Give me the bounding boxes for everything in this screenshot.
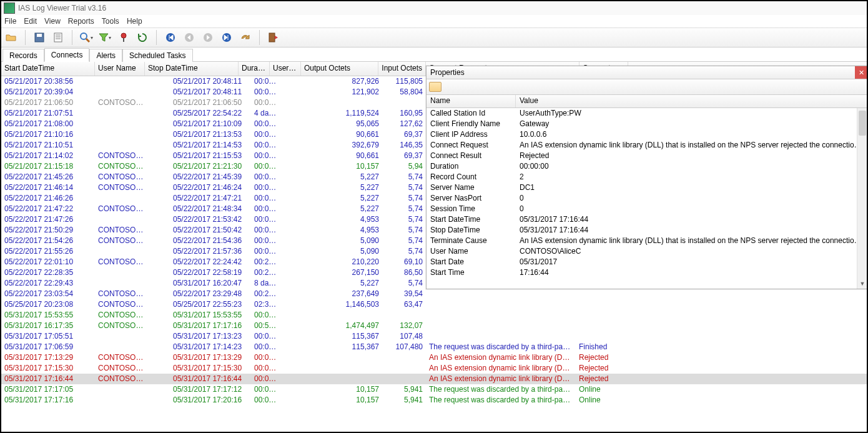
property-row[interactable]: Start DateTime05/31/2017 17:16:44	[427, 214, 867, 225]
nav-first-button[interactable]	[163, 30, 178, 45]
table-row[interactable]: 05/31/2017 17:05:5105/31/2017 17:13:2300…	[1, 331, 867, 342]
col-user-name[interactable]: User Name	[95, 62, 145, 76]
cell	[147, 278, 170, 289]
property-row[interactable]: Connect RequestAn IAS extension dynamic …	[427, 140, 867, 151]
col-output-octets[interactable]: Output Octets	[301, 62, 378, 76]
table-row[interactable]: 05/31/2017 15:53:55CONTOSO\AliceC05/31/2…	[1, 310, 867, 321]
cell: 05/25/2017 22:54:22	[170, 108, 251, 119]
tab-records[interactable]: Records	[2, 49, 44, 62]
col-input-octets[interactable]: Input Octets	[378, 62, 426, 76]
nav-next-button[interactable]	[200, 30, 215, 45]
refresh-button[interactable]	[135, 30, 150, 45]
tab-alerts[interactable]: Alerts	[89, 49, 122, 62]
scroll-down-icon[interactable]: ▼	[857, 279, 867, 289]
property-row[interactable]: Session Time0	[427, 204, 867, 214]
col-user-ip[interactable]: User IP	[270, 62, 301, 76]
tab-scheduled-tasks[interactable]: Scheduled Tasks	[122, 49, 193, 62]
table-row[interactable]: 05/31/2017 17:06:5905/31/2017 17:14:2300…	[1, 342, 867, 352]
property-row[interactable]: Start Time17:16:44	[427, 267, 867, 278]
menu-edit[interactable]: Edit	[24, 17, 37, 26]
cell	[426, 289, 576, 299]
properties-title-bar[interactable]: Properties ✕	[427, 66, 867, 79]
menu-reports[interactable]: Reports	[68, 17, 94, 26]
menu-view[interactable]: View	[44, 17, 61, 26]
col-stop-datetime[interactable]: Stop DateTime	[145, 62, 239, 76]
cell: 05/31/2017 15:53:55	[1, 310, 95, 321]
cell: 05/22/2017 21:46:24	[170, 182, 251, 193]
cell: 00:00:00	[251, 310, 282, 321]
cell	[282, 363, 320, 374]
cell: 00:04:02	[251, 140, 282, 151]
cell	[320, 363, 382, 374]
table-row[interactable]: 05/31/2017 16:17:35CONTOSO\AliceC05/31/2…	[1, 321, 867, 331]
cell: 39,54	[382, 289, 426, 299]
cell: Rejected	[576, 363, 624, 374]
menu-file[interactable]: File	[4, 17, 16, 26]
cell	[282, 352, 320, 363]
prop-col-name[interactable]: Name	[427, 95, 516, 107]
cell: 05/22/2017 22:29:43	[1, 278, 95, 289]
search-button[interactable]: ▾	[79, 30, 94, 45]
property-row[interactable]: Client IP Address10.0.0.6	[427, 129, 867, 140]
property-row[interactable]: Stop DateTime05/31/2017 17:16:44	[427, 225, 867, 236]
properties-scrollbar[interactable]: ▲ ▼	[857, 108, 867, 289]
cell: 05/22/2017 21:45:39	[170, 172, 251, 182]
col-duration[interactable]: Duration	[239, 62, 270, 76]
property-row[interactable]: Connect ResultRejected	[427, 151, 867, 161]
property-name: Connect Result	[427, 151, 516, 161]
filter-button[interactable]: ▾	[97, 30, 112, 45]
cell: 267,150	[320, 267, 382, 278]
cell: 1,146,503	[320, 299, 382, 310]
cell: 05/22/2017 21:46:26	[1, 193, 95, 204]
nav-last-button[interactable]	[219, 30, 234, 45]
categorize-icon[interactable]	[429, 82, 441, 92]
property-row[interactable]: Start Date05/31/2017	[427, 257, 867, 267]
property-row[interactable]: Server NameDC1	[427, 182, 867, 193]
table-row[interactable]: 05/31/2017 17:15:30CONTOSO\AliceC05/31/2…	[1, 363, 867, 374]
col-start-datetime[interactable]: Start DateTime	[1, 62, 95, 76]
scroll-thumb[interactable]	[859, 111, 866, 136]
save-button[interactable]	[32, 30, 47, 45]
table-row[interactable]: 05/31/2017 17:17:0505/31/2017 17:17:1200…	[1, 384, 867, 395]
pin-button[interactable]	[116, 30, 131, 45]
property-row[interactable]: User NameCONTOSO\AliceC	[427, 246, 867, 257]
properties-body[interactable]: Called Station IdUserAuthType:PWClient F…	[427, 108, 867, 289]
property-row[interactable]: Called Station IdUserAuthType:PW	[427, 108, 867, 119]
exit-button[interactable]	[266, 30, 281, 45]
cell	[282, 129, 320, 140]
cell: 146,35	[382, 140, 426, 151]
cell: 58,804	[382, 87, 426, 97]
cell: 05/31/2017 17:20:16	[170, 395, 251, 406]
cell: Rejected	[576, 374, 624, 384]
property-row[interactable]: Client Friendly NameGateway	[427, 119, 867, 129]
prop-col-value[interactable]: Value	[516, 95, 867, 107]
cell	[320, 352, 382, 363]
redo-button[interactable]	[238, 30, 253, 45]
cell	[147, 299, 170, 310]
cell	[282, 193, 320, 204]
property-row[interactable]: Server NasPort0	[427, 193, 867, 204]
window-title: IAS Log Viewer Trial v3.16	[18, 4, 106, 12]
properties-close-button[interactable]: ✕	[855, 66, 867, 79]
table-row[interactable]: 05/31/2017 17:16:44CONTOSO\AliceC05/31/2…	[1, 374, 867, 384]
cell	[282, 97, 320, 108]
property-row[interactable]: Duration00:00:00	[427, 161, 867, 172]
table-row[interactable]: 05/31/2017 17:17:1605/31/2017 17:20:1600…	[1, 395, 867, 406]
report-button[interactable]	[51, 30, 66, 45]
open-folder-button[interactable]	[4, 30, 19, 45]
cell: 5,227	[320, 278, 382, 289]
property-row[interactable]: Record Count2	[427, 172, 867, 182]
cell	[282, 342, 320, 352]
nav-prev-button[interactable]	[182, 30, 197, 45]
property-row[interactable]: Terminate CauseAn IAS extension dynamic …	[427, 236, 867, 246]
tab-connects[interactable]: Connects	[44, 48, 90, 62]
cell	[282, 310, 320, 321]
cell: CONTOSO\AliceC	[95, 151, 147, 161]
menu-help[interactable]: Help	[127, 17, 142, 26]
property-value: 10.0.0.6	[516, 129, 867, 140]
menu-tools[interactable]: Tools	[102, 17, 119, 26]
table-row[interactable]: 05/25/2017 20:23:08CONTOSO\AliceC05/25/2…	[1, 299, 867, 310]
table-row[interactable]: 05/22/2017 23:03:54CONTOSO\AliceC05/22/2…	[1, 289, 867, 299]
cell	[95, 140, 147, 151]
table-row[interactable]: 05/31/2017 17:13:29CONTOSO\AliceC05/31/2…	[1, 352, 867, 363]
